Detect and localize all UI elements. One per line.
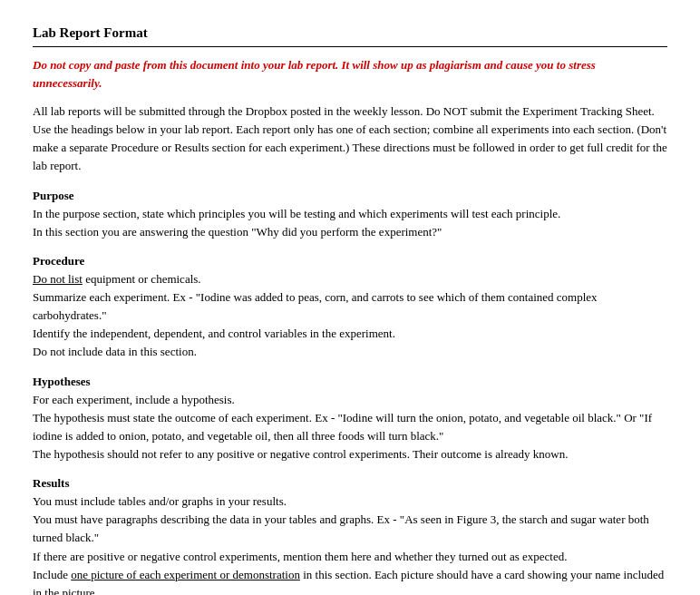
section-hypotheses: Hypotheses For each experiment, include …	[33, 375, 667, 464]
section-results-title: Results	[33, 476, 667, 491]
procedure-underline-1: Do not list	[33, 272, 83, 286]
section-hypotheses-body: For each experiment, include a hypothesi…	[33, 391, 667, 464]
page: Lab Report Format Do not copy and paste …	[0, 0, 700, 595]
section-purpose-title: Purpose	[33, 189, 667, 203]
results-underline-picture: one picture of each experiment or demons…	[71, 568, 300, 581]
section-procedure-body: Do not list equipment or chemicals. Summ…	[33, 270, 667, 362]
section-purpose: Purpose In the purpose section, state wh…	[33, 189, 667, 241]
section-purpose-body: In the purpose section, state which prin…	[33, 205, 667, 241]
top-divider	[33, 46, 667, 47]
intro-text: All lab reports will be submitted throug…	[33, 102, 667, 176]
section-hypotheses-title: Hypotheses	[33, 375, 667, 389]
section-results-body: You must include tables and/or graphs in…	[33, 493, 667, 595]
warning-text: Do not copy and paste from this document…	[33, 56, 667, 92]
section-procedure-title: Procedure	[33, 254, 667, 268]
page-title: Lab Report Format	[33, 25, 667, 41]
section-procedure: Procedure Do not list equipment or chemi…	[33, 254, 667, 362]
section-results: Results You must include tables and/or g…	[33, 476, 667, 595]
